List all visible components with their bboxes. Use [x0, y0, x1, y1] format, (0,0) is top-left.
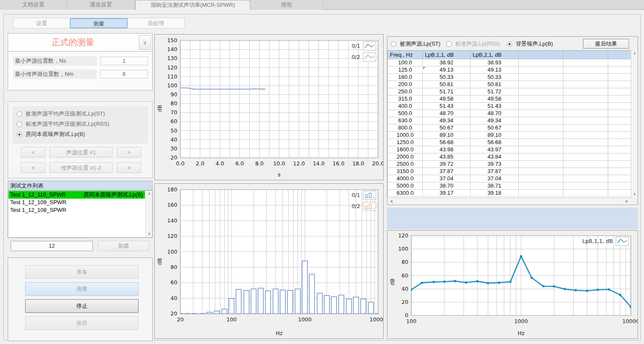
table-cell: [519, 73, 563, 81]
table-cell: [608, 153, 631, 160]
radio-lp-st[interactable]: 被测声源平均声压级测试,Lp(ST): [17, 110, 105, 118]
measure-button[interactable]: 测量: [25, 282, 139, 296]
min-mic-positions-field[interactable]: 6: [100, 70, 148, 78]
table-cell: 39.17: [423, 189, 471, 197]
source-position-prev-button[interactable]: <: [21, 147, 45, 158]
table-row[interactable]: 2500.039.7239.73: [388, 160, 631, 168]
table-cell: 43.84: [471, 153, 519, 160]
table-cell: 6300.0: [388, 189, 423, 197]
svg-text:60: 60: [170, 279, 177, 286]
table-row[interactable]: 5000.038.7038.71: [388, 182, 631, 189]
list-item[interactable]: Test 1_12_109_SPWR: [9, 199, 145, 206]
test-file-list[interactable]: Test 1_12_110_SPWR房间本底噪声测试,Lp(B)Test 1_1…: [8, 190, 153, 238]
list-item[interactable]: Test 1_12_110_SPWR房间本底噪声测试,Lp(B): [9, 191, 145, 199]
table-row[interactable]: 4000.037.0437.04: [388, 175, 631, 182]
table-cell: [519, 139, 563, 146]
table-cell: [563, 59, 608, 66]
table-cell: [519, 189, 563, 197]
table-cell: [563, 168, 608, 175]
svg-text:100: 100: [167, 82, 177, 89]
table-horizontal-scrollbar[interactable]: < >: [387, 198, 631, 205]
table-cell: [608, 81, 631, 88]
table-row[interactable]: 6300.039.1739.18: [388, 189, 631, 197]
table-cell: [608, 131, 631, 139]
table-row[interactable]: 500.048.7048.70: [388, 110, 631, 117]
svg-text:80: 80: [170, 264, 177, 270]
new-file-button[interactable]: 新建: [98, 241, 150, 251]
subtab-measure[interactable]: 测量: [70, 18, 127, 28]
table-vertical-scrollbar[interactable]: ∧ ∨: [631, 50, 638, 198]
table-row[interactable]: 2000.043.8543.84: [388, 153, 631, 160]
svg-text:90: 90: [170, 91, 177, 98]
table-cell: [608, 168, 631, 175]
file-list-scrollbar[interactable]: ∧ ∨: [145, 191, 152, 237]
table-row[interactable]: 400.051.4351.43: [388, 102, 631, 110]
table-cell: [563, 66, 608, 73]
mic-position-next-button[interactable]: >: [117, 162, 141, 173]
table-row[interactable]: 160.050.3350.33: [388, 73, 631, 81]
radio-lp-b-label: 房间本底噪声测试,Lp(B): [26, 130, 85, 138]
scroll-left-icon[interactable]: <: [388, 198, 395, 205]
tab-report[interactable]: 报告: [250, 0, 323, 10]
radio-lp-b[interactable]: 房间本底噪声测试,Lp(B): [17, 130, 85, 139]
mic-position-button[interactable]: 传声器位置 #1-2: [49, 162, 113, 173]
table-row[interactable]: 1000.089.1089.10: [388, 131, 631, 139]
table-row[interactable]: 800.050.6750.67: [388, 124, 631, 131]
svg-text:100: 100: [398, 246, 408, 252]
final-result-button[interactable]: 最后结果: [583, 39, 629, 49]
stop-button[interactable]: 停止: [25, 299, 139, 313]
mic-position-prev-button[interactable]: <: [21, 162, 45, 173]
list-item[interactable]: Test 1_12_108_SPWR: [9, 206, 145, 214]
svg-text:100: 100: [226, 316, 237, 323]
scroll-down-icon[interactable]: ∨: [146, 231, 153, 237]
table-row[interactable]: 125.049.1349.13: [388, 66, 631, 73]
scroll-up-icon[interactable]: ∧: [631, 50, 638, 57]
chevron-down-icon[interactable]: ∨: [139, 35, 151, 50]
table-row[interactable]: 3150.037.8737.87: [388, 168, 631, 175]
prepare-button[interactable]: 准备: [25, 265, 139, 279]
tab-mcr-spwr[interactable]: 混响室法测试声功率(MCR-SPWR): [135, 0, 250, 10]
table-row[interactable]: 630.049.3449.34: [388, 117, 631, 124]
table-cell: [608, 160, 631, 168]
result-radio-lp-rss[interactable]: 标准声源,Lp(RSS): [446, 40, 500, 48]
radio-lp-st-label: 被测声源平均声压级测试,Lp(ST): [26, 110, 105, 118]
tab-document-settings[interactable]: 文档设置: [0, 0, 67, 10]
svg-text:LpB,1,1, dB: LpB,1,1, dB: [582, 238, 613, 244]
subtab-settings[interactable]: 设置: [13, 18, 70, 28]
subtab-postprocess[interactable]: 后处理: [127, 18, 184, 28]
table-row[interactable]: 100.038.9238.93: [388, 59, 631, 66]
svg-text:60: 60: [401, 272, 408, 279]
measurement-mode-dropdown[interactable]: 正式的测量 ∨: [8, 33, 153, 52]
min-source-positions-label: 最小声源位置数，Ns: [13, 56, 97, 66]
table-row[interactable]: 315.049.5849.58: [388, 95, 631, 102]
result-radio-lp-b[interactable]: 背景噪声,Lp(B): [507, 40, 553, 48]
svg-text:70: 70: [170, 109, 177, 116]
table-cell: [608, 175, 631, 182]
table-row[interactable]: 1600.043.9843.97: [388, 146, 631, 153]
radio-lp-rss[interactable]: 标准声源平均声压级测试,Lp(RSS): [17, 120, 109, 128]
table-cell: [519, 175, 563, 182]
save-button[interactable]: 保存: [25, 316, 139, 330]
table-cell: 37.04: [471, 175, 519, 182]
table-cell: 50.81: [423, 81, 471, 88]
tab-channel-settings[interactable]: 通道设置: [67, 0, 135, 10]
table-cell: 1000.0: [388, 131, 423, 139]
table-cell: 39.18: [471, 189, 519, 197]
result-radio-lp-rss-label: 标准声源,Lp(RSS): [455, 40, 500, 48]
svg-text:4.0: 4.0: [216, 160, 224, 167]
file-count-button[interactable]: 12: [11, 241, 93, 251]
scroll-right-icon[interactable]: >: [623, 198, 630, 205]
result-radio-lp-st[interactable]: 被测声源,Lp(ST): [391, 40, 440, 48]
table-row[interactable]: 200.050.8150.81: [388, 81, 631, 88]
source-position-button[interactable]: 声源位置 #1: [49, 147, 113, 158]
table-row[interactable]: 1250.056.6856.68: [388, 139, 631, 146]
scroll-down-icon[interactable]: ∨: [631, 191, 638, 198]
table-cell: [608, 102, 631, 110]
table-cell: [608, 95, 631, 102]
source-position-next-button[interactable]: >: [117, 147, 141, 158]
control-buttons-panel: 准备 测量 停止 保存: [8, 257, 153, 341]
min-source-positions-field[interactable]: 1: [100, 57, 148, 65]
scroll-up-icon[interactable]: ∧: [146, 191, 153, 197]
table-row[interactable]: 250.051.7151.72: [388, 88, 631, 95]
table-cell: [519, 95, 563, 102]
